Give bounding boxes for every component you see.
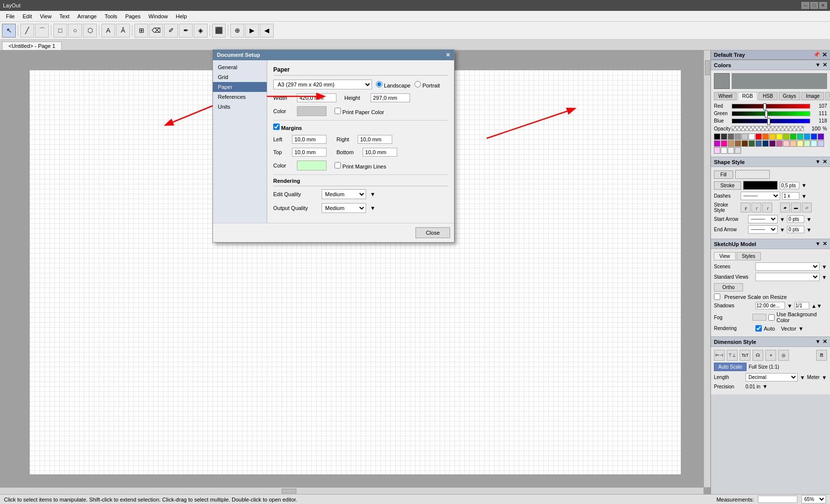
stroke-button[interactable]: Stroke — [714, 181, 741, 190]
color-swatch-cc00cc[interactable] — [714, 140, 720, 147]
shape-style-collapse-icon[interactable]: ▼ — [815, 159, 821, 165]
stroke-style-btn-4[interactable]: ▰ — [780, 203, 790, 212]
stroke-style-btn-6[interactable]: ▱ — [802, 203, 812, 212]
color-swatch-999999[interactable] — [735, 133, 741, 140]
sketchup-model-header[interactable]: SketchUp Model ▼ ✕ — [711, 239, 830, 249]
color-swatch-6600cc[interactable] — [818, 133, 824, 140]
color-swatch-ffccff[interactable] — [714, 147, 720, 154]
color-swatch-0099ff[interactable] — [804, 133, 810, 140]
stroke-style-btn-2[interactable]: ┌ — [751, 203, 761, 212]
color-swatch-f0f0f0[interactable] — [728, 147, 734, 154]
su-tab-styles[interactable]: Styles — [737, 252, 761, 260]
horizontal-scrollbar[interactable] — [0, 487, 704, 494]
menu-arrange[interactable]: Arrange — [74, 12, 101, 20]
rectangle-tool-button[interactable]: □ — [53, 24, 67, 38]
dim-btn-1[interactable]: ⊢⊣ — [714, 350, 725, 361]
shape-style-close-icon[interactable]: ✕ — [823, 159, 827, 165]
color-swatch-000000[interactable] — [714, 133, 720, 140]
color-swatch-ccffcc[interactable] — [804, 140, 810, 147]
color-swatch-666666[interactable] — [728, 133, 734, 140]
text-tool-button[interactable]: A — [101, 24, 115, 38]
color-swatch-cc6699[interactable] — [776, 140, 783, 147]
menu-text[interactable]: Text — [55, 12, 73, 20]
colors-section-header[interactable]: Colors ▼ ✕ — [711, 60, 830, 70]
dialog-close-icon[interactable]: ✕ — [446, 52, 450, 58]
color-swatch-ff6600[interactable] — [762, 133, 769, 140]
color-swatch-660066[interactable] — [769, 140, 776, 147]
dialog-sidebar-general[interactable]: General — [213, 62, 267, 72]
menu-help[interactable]: Help — [172, 12, 191, 20]
stamp-button[interactable]: ◈ — [194, 24, 208, 38]
close-button[interactable]: Close — [415, 227, 450, 238]
height-input[interactable] — [371, 93, 410, 102]
page-tab-1[interactable]: <Untitled> - Page 1 — [2, 42, 62, 50]
color-tab-grays[interactable]: Grays — [779, 92, 801, 100]
tray-close-icon[interactable]: ✕ — [822, 51, 827, 58]
back-button[interactable]: ◀ — [260, 24, 274, 38]
dialog-sidebar-grid[interactable]: Grid — [213, 72, 267, 82]
blue-slider[interactable] — [732, 119, 810, 124]
red-slider[interactable] — [732, 104, 810, 109]
precision-dropdown[interactable]: ▼ — [762, 383, 768, 389]
width-input[interactable] — [297, 93, 336, 102]
color-swatch-336699[interactable] — [755, 140, 762, 147]
use-bg-color-checkbox[interactable] — [768, 314, 775, 321]
start-arrow-select[interactable]: ──── ◄─── — [748, 215, 778, 223]
circle-tool-button[interactable]: ○ — [68, 24, 82, 38]
fill-swatch[interactable] — [735, 170, 770, 179]
color-tab-image[interactable]: Image — [801, 92, 824, 100]
stroke-style-btn-5[interactable]: ▬ — [791, 203, 801, 212]
scenes-dropdown[interactable]: ▼ — [822, 264, 827, 270]
color-swatch-99cc00[interactable] — [783, 133, 789, 140]
vertical-scrollbar[interactable] — [704, 50, 710, 487]
sample-button[interactable]: ✐ — [164, 24, 178, 38]
dim-btn-7[interactable]: 🖹 — [816, 350, 827, 361]
standard-views-select[interactable] — [755, 273, 820, 281]
margin-color-swatch[interactable] — [297, 161, 327, 170]
dashes-mult-input[interactable] — [782, 192, 799, 200]
menu-edit[interactable]: Edit — [19, 12, 36, 20]
minimize-button[interactable]: ─ — [801, 2, 809, 9]
shadows-scale-stepper[interactable]: ▲▼ — [811, 303, 822, 309]
shape-style-header[interactable]: Shape Style ▼ ✕ — [711, 157, 830, 167]
opacity-slider[interactable] — [732, 126, 804, 131]
auto-scale-button[interactable]: Auto Scale — [714, 363, 747, 371]
edit-quality-dropdown[interactable]: ▼ — [370, 191, 375, 197]
landscape-radio[interactable] — [376, 81, 382, 87]
end-arrow-pts-dropdown[interactable]: ▼ — [806, 227, 812, 233]
color-swatch-ffffff[interactable] — [721, 147, 727, 154]
dialog-sidebar-paper[interactable]: Paper — [213, 82, 267, 92]
stroke-style-btn-3[interactable]: ╭ — [762, 203, 772, 212]
dim-btn-5[interactable]: ⌖ — [765, 350, 776, 361]
color-swatch-00cc99[interactable] — [797, 133, 803, 140]
tray-pin-icon[interactable]: 📌 — [813, 51, 820, 58]
color-swatch-ffffff[interactable] — [748, 133, 755, 140]
pen-button[interactable]: ✒ — [179, 24, 193, 38]
color-swatch-003366[interactable] — [762, 140, 769, 147]
color-tab-rgb[interactable]: RGB — [738, 92, 757, 100]
color-swatch-e0e0e0[interactable] — [735, 147, 741, 154]
paper-color-swatch[interactable] — [297, 106, 327, 116]
portrait-radio[interactable] — [415, 81, 421, 87]
select-tool-button[interactable]: ↖ — [2, 24, 16, 38]
color-swatch-00cc00[interactable] — [790, 133, 796, 140]
print-margin-lines-checkbox[interactable] — [334, 162, 341, 168]
dim-btn-6[interactable]: ◎ — [778, 350, 789, 361]
vector-dropdown[interactable]: ▼ — [798, 326, 804, 332]
menu-tools[interactable]: Tools — [101, 12, 122, 20]
dashes-mult-dropdown[interactable]: ▼ — [801, 193, 807, 199]
dim-btn-4[interactable]: ☊ — [752, 350, 763, 361]
margins-checkbox[interactable] — [273, 124, 280, 130]
fill-button[interactable]: Fill — [714, 170, 733, 179]
end-arrow-select[interactable]: ──── ───► — [748, 225, 778, 234]
print-paper-color-checkbox[interactable] — [334, 108, 341, 114]
color-tab-wheel[interactable]: Wheel — [714, 92, 737, 100]
shadows-scale-input[interactable] — [794, 302, 809, 309]
menu-view[interactable]: View — [36, 12, 56, 20]
dialog-sidebar-units[interactable]: Units — [213, 102, 267, 112]
fog-swatch[interactable] — [752, 314, 766, 321]
menu-file[interactable]: File — [2, 12, 19, 20]
start-arrow-dropdown[interactable]: ▼ — [780, 216, 785, 222]
color-swatch-ffff00[interactable] — [776, 133, 783, 140]
erase-button[interactable]: ⌫ — [149, 24, 163, 38]
